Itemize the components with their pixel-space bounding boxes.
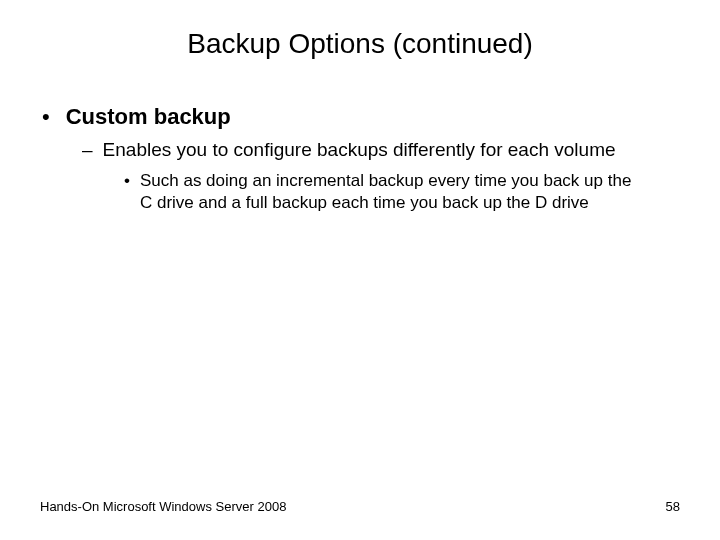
bullet-text-l2: Enables you to configure backups differe… (103, 138, 680, 162)
page-number: 58 (666, 499, 680, 514)
bullet-level-3: • Such as doing an incremental backup ev… (124, 170, 680, 214)
bullet-marker-l3: • (124, 170, 130, 192)
slide-title: Backup Options (continued) (40, 28, 680, 60)
footer-source: Hands-On Microsoft Windows Server 2008 (40, 499, 286, 514)
slide: Backup Options (continued) • Custom back… (0, 0, 720, 540)
bullet-level-2: – Enables you to configure backups diffe… (82, 138, 680, 162)
footer: Hands-On Microsoft Windows Server 2008 5… (40, 499, 680, 514)
bullet-level-1: • Custom backup (42, 104, 680, 130)
bullet-text-l3: Such as doing an incremental backup ever… (140, 170, 680, 214)
bullet-text-l1: Custom backup (66, 104, 231, 130)
bullet-marker-l2: – (82, 138, 93, 162)
bullet-marker-l1: • (42, 104, 50, 130)
